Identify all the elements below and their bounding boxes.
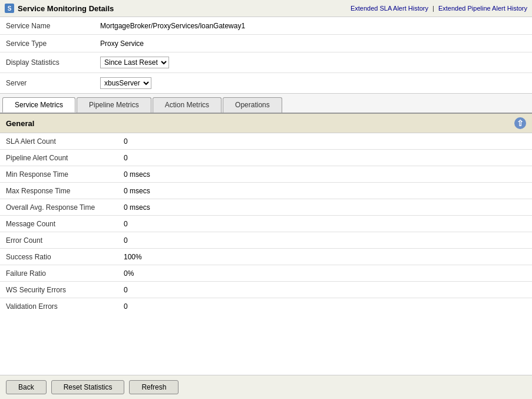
display-statistics-row: Display Statistics Since Last Reset Sinc… bbox=[0, 52, 532, 73]
page-title: Service Monitoring Details bbox=[18, 4, 351, 13]
metric-value-success-ratio: 100% bbox=[124, 253, 526, 261]
metric-label-error-count: Error Count bbox=[6, 236, 124, 245]
metric-label-overall-avg-response-time: Overall Avg. Response Time bbox=[6, 203, 124, 212]
service-type-row: Service Type Proxy Service bbox=[0, 35, 532, 52]
metric-row-ws-security-errors: WS Security Errors 0 bbox=[0, 282, 532, 298]
metric-label-failure-ratio: Failure Ratio bbox=[6, 269, 124, 278]
header-links: Extended SLA Alert History | Extended Pi… bbox=[351, 5, 527, 12]
collapse-button[interactable]: ⇧ bbox=[514, 117, 526, 129]
reset-statistics-button[interactable]: Reset Statistics bbox=[51, 380, 125, 394]
display-statistics-select[interactable]: Since Last Reset Since Startup bbox=[100, 57, 169, 68]
metric-row-sla-alert-count: SLA Alert Count 0 bbox=[0, 133, 532, 150]
display-statistics-label: Display Statistics bbox=[6, 58, 100, 67]
extended-sla-link[interactable]: Extended SLA Alert History bbox=[351, 5, 428, 12]
metric-value-min-response-time: 0 msecs bbox=[124, 170, 526, 179]
metric-label-min-response-time: Min Response Time bbox=[6, 170, 124, 179]
service-type-label: Service Type bbox=[6, 39, 100, 48]
info-section: Service Name MortgageBroker/ProxyService… bbox=[0, 17, 532, 94]
metric-value-validation-errors: 0 bbox=[124, 302, 526, 311]
server-value[interactable]: xbusServer bbox=[100, 77, 526, 89]
tab-pipeline-metrics[interactable]: Pipeline Metrics bbox=[77, 97, 151, 113]
service-name-value: MortgageBroker/ProxyServices/loanGateway… bbox=[100, 22, 526, 30]
back-button[interactable]: Back bbox=[6, 380, 47, 394]
metric-row-failure-ratio: Failure Ratio 0% bbox=[0, 265, 532, 282]
metric-value-overall-avg-response-time: 0 msecs bbox=[124, 203, 526, 212]
metric-value-ws-security-errors: 0 bbox=[124, 286, 526, 294]
metric-value-error-count: 0 bbox=[124, 236, 526, 245]
metric-row-overall-avg-response-time: Overall Avg. Response Time 0 msecs bbox=[0, 199, 532, 216]
metric-value-max-response-time: 0 msecs bbox=[124, 187, 526, 195]
service-name-label: Service Name bbox=[6, 22, 100, 30]
tab-operations[interactable]: Operations bbox=[223, 97, 282, 113]
tab-action-metrics[interactable]: Action Metrics bbox=[153, 97, 222, 113]
extended-pipeline-link[interactable]: Extended Pipeline Alert History bbox=[438, 5, 527, 12]
metric-row-min-response-time: Min Response Time 0 msecs bbox=[0, 166, 532, 183]
metric-label-success-ratio: Success Ratio bbox=[6, 253, 124, 261]
metric-label-message-count: Message Count bbox=[6, 220, 124, 228]
metric-row-message-count: Message Count 0 bbox=[0, 216, 532, 232]
service-name-row: Service Name MortgageBroker/ProxyService… bbox=[0, 17, 532, 35]
page-header: S Service Monitoring Details Extended SL… bbox=[0, 0, 532, 17]
section-title: General bbox=[6, 119, 34, 128]
metric-row-error-count: Error Count 0 bbox=[0, 232, 532, 249]
metric-value-sla-alert-count: 0 bbox=[124, 137, 526, 146]
server-label: Server bbox=[6, 79, 100, 87]
tab-service-metrics[interactable]: Service Metrics bbox=[2, 97, 75, 113]
metric-row-pipeline-alert-count: Pipeline Alert Count 0 bbox=[0, 150, 532, 166]
metric-value-message-count: 0 bbox=[124, 220, 526, 228]
metric-row-validation-errors: Validation Errors 0 bbox=[0, 298, 532, 315]
server-select[interactable]: xbusServer bbox=[100, 77, 151, 89]
server-row: Server xbusServer bbox=[0, 73, 532, 93]
metric-label-max-response-time: Max Response Time bbox=[6, 187, 124, 195]
section-header: General ⇧ bbox=[0, 114, 532, 133]
metric-row-success-ratio: Success Ratio 100% bbox=[0, 249, 532, 265]
page-icon: S bbox=[5, 4, 14, 13]
metric-label-validation-errors: Validation Errors bbox=[6, 302, 124, 311]
service-type-value: Proxy Service bbox=[100, 39, 526, 48]
metric-row-max-response-time: Max Response Time 0 msecs bbox=[0, 183, 532, 199]
link-separator: | bbox=[432, 5, 434, 12]
metrics-list: SLA Alert Count 0 Pipeline Alert Count 0… bbox=[0, 133, 532, 315]
metric-label-sla-alert-count: SLA Alert Count bbox=[6, 137, 124, 146]
metric-value-pipeline-alert-count: 0 bbox=[124, 154, 526, 162]
metric-value-failure-ratio: 0% bbox=[124, 269, 526, 278]
metric-label-ws-security-errors: WS Security Errors bbox=[6, 286, 124, 294]
tabs-container: Service Metrics Pipeline Metrics Action … bbox=[0, 94, 532, 114]
footer: Back Reset Statistics Refresh bbox=[0, 375, 532, 399]
display-statistics-value[interactable]: Since Last Reset Since Startup bbox=[100, 57, 526, 68]
main-content: General ⇧ SLA Alert Count 0 Pipeline Ale… bbox=[0, 114, 532, 344]
metric-label-pipeline-alert-count: Pipeline Alert Count bbox=[6, 154, 124, 162]
refresh-button[interactable]: Refresh bbox=[129, 380, 179, 394]
